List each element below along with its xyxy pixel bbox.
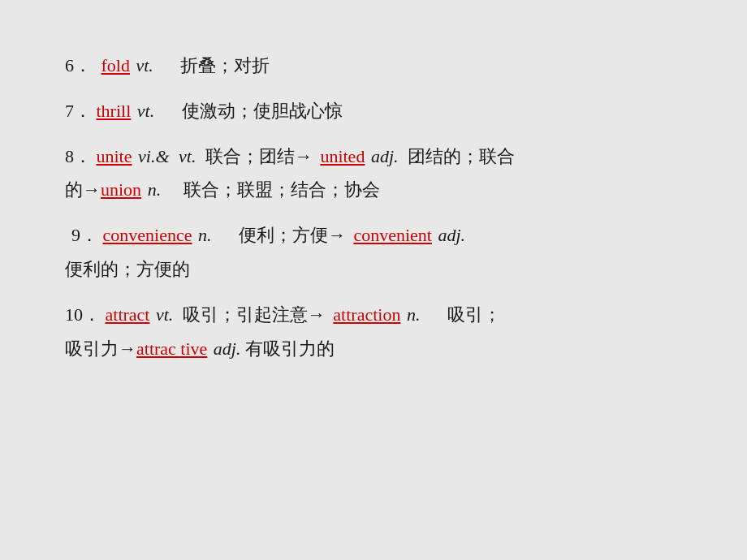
entry-10-pos2: n. [407,304,421,325]
entry-9-number: 9． [65,225,98,245]
entry-10-def2: 吸引； [430,304,501,325]
entry-9-pos2: adj. [438,225,465,245]
entry-9-word: convenience [103,225,192,245]
entry-7-definition: 使激动；使胆战心惊 [164,101,343,121]
entry-8-pos3: adj. [371,146,399,166]
entry-10-continuation: 吸引力→attrac tive adj.有吸引力的 [65,332,682,366]
entry-8-pos1: vi.& [138,146,170,166]
entry-10-def1: 吸引；引起注意→ [183,304,326,325]
entry-8-number: 8． [65,146,92,166]
entry-10-def3: 有吸引力的 [245,338,335,359]
entry-8-pos4: n. [143,179,161,200]
entry-10-pos: vt. [156,304,173,325]
entry-7-number: 7． [65,101,92,121]
entry-7: 7． thrill vt. 使激动；使胆战心惊 [65,94,682,128]
entry-8-def1: 联合；团结→ [205,146,313,166]
entry-10-number: 10． [65,304,101,325]
entry-10-word2: attraction [333,304,400,325]
entry-9-def1: 便利；方便→ [221,225,346,245]
entry-10-pos3: adj. [209,338,240,359]
entry-10-word3: attrac tive [136,338,207,359]
entry-6-word: fold [101,55,130,75]
entry-8-def2: 团结的；联合 [408,146,515,166]
entry-10-word: attract [106,304,150,325]
entry-8-continuation: 的→union n. 联合；联盟；结合；协会 [65,173,682,207]
entry-6-pos: vt. [136,55,153,75]
entry-8-word3: union [101,179,141,200]
entry-8-pos2: vt. [179,146,196,166]
entry-8-word: unite [97,146,132,166]
entry-9-continuation: 便利的；方便的 [65,252,682,286]
entry-9-word2: convenient [353,225,432,245]
entry-6-number: 6． [65,55,92,75]
entry-8: 8． unite vi.& vt. 联合；团结→ united adj. 团结的… [65,140,682,208]
main-content: 6． fold vt. 折叠；对折 7． thrill vt. 使激动；使胆战心… [0,0,747,409]
entry-6: 6． fold vt. 折叠；对折 [65,49,682,83]
entry-6-definition: 折叠；对折 [162,55,270,75]
entry-10: 10． attract vt. 吸引；引起注意→ attraction n. 吸… [65,298,682,366]
entry-9: 9． convenience n. 便利；方便→ convenient adj.… [65,218,682,286]
entry-7-word: thrill [97,101,132,121]
entry-7-pos: vt. [137,101,154,121]
entry-9-pos: n. [198,225,212,245]
entry-8-def3: 联合；联盟；结合；协会 [166,179,380,200]
entry-8-word2: united [320,146,365,166]
